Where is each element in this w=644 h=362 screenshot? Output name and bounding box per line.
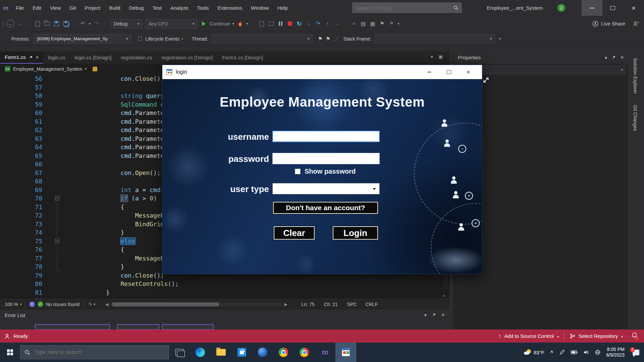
start-button[interactable] (0, 343, 20, 362)
show-next-statement-icon[interactable]: → (333, 20, 340, 27)
login-button[interactable]: Login (333, 226, 378, 240)
close-icon[interactable]: × (36, 54, 39, 60)
feedback-icon[interactable] (4, 334, 10, 339)
toolbar-grip[interactable] (3, 21, 4, 27)
toolbar-overflow-icon[interactable]: ▾ (397, 22, 399, 25)
show-output-icon[interactable] (268, 20, 274, 27)
stack-frame-dropdown[interactable]: ▾ (375, 34, 495, 44)
add-to-source-control-button[interactable]: Add to Source Control (504, 333, 554, 339)
processbar-overflow-icon[interactable]: ▾ (499, 37, 501, 41)
battery-icon[interactable] (571, 350, 578, 354)
save-all-icon[interactable] (62, 20, 69, 27)
taskbar-app-file-explorer[interactable] (211, 343, 231, 362)
edit-tracking-dropdown-icon[interactable]: ▾ (94, 302, 95, 306)
menu-build[interactable]: Build (105, 0, 124, 16)
window-position-icon[interactable]: ▾ (605, 55, 607, 60)
code-line-81[interactable]: 81 } (0, 288, 449, 297)
hscroll-left-icon[interactable]: ◀ (105, 302, 108, 307)
continue-dropdown-icon[interactable]: ▾ (232, 22, 234, 25)
close-icon[interactable]: × (621, 54, 624, 61)
dialog-minimize-button[interactable] (420, 65, 439, 79)
menu-file[interactable]: File (11, 0, 28, 16)
spaces-indicator[interactable]: SPC (347, 302, 357, 307)
code-analysis-icon[interactable]: ≈ (351, 20, 357, 27)
tab-solution-explorer[interactable]: Solution Explorer (633, 58, 638, 94)
task-view-button[interactable] (169, 343, 190, 362)
pen-tray-icon[interactable] (559, 350, 565, 355)
bookmark-flag2-icon[interactable]: ⚑ (388, 20, 395, 27)
menu-analyze[interactable]: Analyze (166, 0, 193, 16)
line-ending-indicator[interactable]: CRLF (366, 302, 378, 307)
pin-icon[interactable] (432, 312, 436, 318)
notifications-bell[interactable] (632, 333, 637, 340)
breadcrumb-project[interactable]: Employee_Management_System (13, 66, 82, 72)
continue-button[interactable]: Continue (210, 21, 230, 26)
preview-changes-icon[interactable] (258, 20, 265, 27)
action-center-button[interactable]: 2 (633, 350, 639, 355)
menu-debug[interactable]: Debug (125, 0, 148, 16)
diagnostics-icon[interactable]: ▦ (369, 20, 376, 27)
tab-form1-cs[interactable]: Form1.cs× (0, 51, 43, 64)
solution-platforms-dropdown[interactable]: Any CPU ▾ (145, 19, 198, 28)
navigate-forward-icon[interactable]: → (17, 20, 24, 27)
menu-window[interactable]: Window (247, 0, 273, 16)
taskbar-search-input[interactable] (34, 349, 165, 356)
tab-login-cs[interactable]: login.cs (43, 51, 70, 64)
update-badge[interactable]: 2 (557, 4, 565, 12)
step-into-icon[interactable]: ↓ (305, 20, 312, 27)
menu-view[interactable]: View (46, 0, 65, 16)
dialog-close-button[interactable]: × (459, 65, 478, 79)
save-icon[interactable] (53, 20, 60, 27)
close-button[interactable]: × (623, 0, 644, 16)
undo-icon[interactable]: ↶ (79, 20, 86, 27)
feedback-person-icon[interactable] (633, 20, 639, 27)
lifecycle-events-button[interactable]: Lifecycle Events (145, 36, 179, 42)
weather-widget[interactable]: 83°F (524, 349, 544, 355)
menu-project[interactable]: Project (80, 0, 105, 16)
close-icon[interactable]: × (441, 312, 445, 318)
quick-search-input[interactable] (356, 5, 453, 11)
menu-help[interactable]: Help (273, 0, 292, 16)
fold-marker-if[interactable]: − (55, 196, 59, 200)
network-globe-icon[interactable] (595, 350, 600, 355)
taskbar-app-blue[interactable] (252, 343, 273, 362)
tab-login-cs-design-[interactable]: login.cs [Design] (70, 51, 116, 64)
lifecycle-events-icon[interactable] (137, 36, 143, 42)
open-file-icon[interactable] (44, 20, 50, 27)
thread-dropdown[interactable]: ▾ (212, 34, 313, 44)
error-list-header[interactable]: Error List ▾ × (0, 309, 449, 321)
select-repository-button[interactable]: Select Repository (579, 333, 618, 339)
pause-icon[interactable] (277, 20, 284, 27)
horizontal-scrollbar-thumb[interactable] (112, 302, 219, 306)
errors-toggle-button[interactable] (117, 324, 159, 330)
float-window-icon[interactable]: ▣ (438, 54, 443, 59)
clear-button[interactable]: Clear (274, 226, 315, 240)
menu-tools[interactable]: Tools (193, 0, 213, 16)
warnings-toggle-button[interactable] (162, 324, 214, 330)
menu-extensions[interactable]: Extensions (213, 0, 247, 16)
step-out-icon[interactable]: ↑ (324, 20, 331, 27)
new-file-icon[interactable] (34, 20, 41, 27)
pin-icon[interactable] (612, 55, 616, 60)
window-position-icon[interactable]: ▾ (424, 312, 427, 318)
maximize-button[interactable] (602, 0, 623, 16)
line-structure-icon[interactable]: ▤ (360, 20, 367, 27)
menu-test[interactable]: Test (148, 0, 166, 16)
username-input[interactable] (272, 131, 380, 142)
solution-configurations-dropdown[interactable]: Debug ▾ (110, 19, 143, 28)
dialog-maximize-button[interactable] (439, 65, 459, 79)
zoom-level[interactable]: 100 % (5, 302, 18, 307)
minimize-button[interactable] (582, 0, 602, 16)
column-indicator[interactable]: Ch: 21 (324, 302, 338, 307)
expand-up-icon[interactable]: ▴ (621, 335, 623, 338)
health-indicator-icon[interactable] (30, 302, 35, 307)
step-over-icon[interactable]: ↷ (315, 20, 321, 27)
menu-git[interactable]: Git (65, 0, 80, 16)
edit-tracking-icon[interactable]: ✎ (87, 301, 94, 308)
hidden-icons-chevron[interactable]: ^ (550, 350, 553, 355)
zoom-dropdown-icon[interactable]: ▾ (20, 302, 22, 306)
no-account-button[interactable]: Don't have an account? (273, 202, 378, 214)
undo-dropdown-icon[interactable]: ▾ (89, 22, 91, 25)
menu-edit[interactable]: Edit (28, 0, 46, 16)
code-line-80[interactable]: 80 ResetControls(); (0, 280, 449, 288)
